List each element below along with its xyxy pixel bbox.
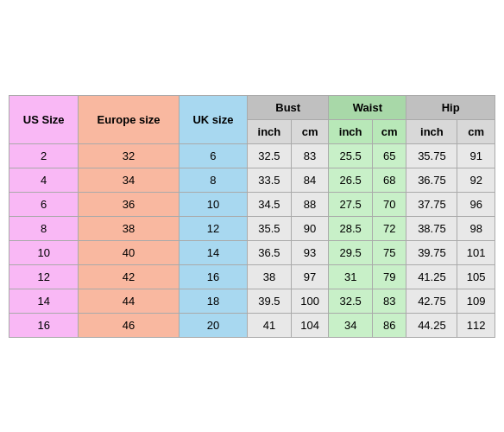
- cell-hip-inch: 39.75: [406, 240, 457, 264]
- cell-bust-cm: 97: [291, 264, 329, 289]
- cell-us: 4: [9, 168, 79, 192]
- cell-us: 14: [9, 289, 79, 313]
- cell-hip-inch: 37.75: [406, 192, 457, 216]
- cell-hip-cm: 91: [457, 143, 495, 168]
- cell-eu: 44: [79, 289, 179, 313]
- cell-bust-inch: 33.5: [248, 168, 292, 192]
- cell-uk: 16: [179, 264, 247, 289]
- table-row: 14 44 18 39.5 100 32.5 83 42.75 109: [9, 289, 495, 313]
- table-row: 16 46 20 41 104 34 86 44.25 112: [9, 313, 495, 337]
- cell-waist-cm: 75: [373, 240, 406, 264]
- cell-bust-cm: 93: [291, 240, 329, 264]
- cell-hip-inch: 38.75: [406, 216, 457, 240]
- cell-uk: 14: [179, 240, 247, 264]
- cell-bust-inch: 41: [248, 313, 292, 337]
- cell-bust-cm: 83: [291, 143, 329, 168]
- table-row: 12 42 16 38 97 31 79 41.25 105: [9, 264, 495, 289]
- cell-us: 8: [9, 216, 79, 240]
- cell-waist-cm: 65: [373, 143, 406, 168]
- cell-eu: 32: [79, 143, 179, 168]
- cell-eu: 36: [79, 192, 179, 216]
- cell-bust-cm: 100: [291, 289, 329, 313]
- cell-waist-cm: 72: [373, 216, 406, 240]
- bust-cm-subheader: cm: [291, 119, 329, 143]
- cell-hip-inch: 44.25: [406, 313, 457, 337]
- waist-cm-subheader: cm: [373, 119, 406, 143]
- col-bust-header: Bust: [248, 95, 329, 119]
- col-hip-header: Hip: [406, 95, 495, 119]
- cell-waist-inch: 25.5: [329, 143, 373, 168]
- cell-waist-inch: 28.5: [329, 216, 373, 240]
- cell-hip-inch: 41.25: [406, 264, 457, 289]
- col-waist-header: Waist: [329, 95, 406, 119]
- table-row: 10 40 14 36.5 93 29.5 75 39.75 101: [9, 240, 495, 264]
- cell-bust-inch: 39.5: [248, 289, 292, 313]
- cell-uk: 10: [179, 192, 247, 216]
- cell-eu: 38: [79, 216, 179, 240]
- hip-inch-subheader: inch: [406, 119, 457, 143]
- cell-hip-cm: 112: [457, 313, 495, 337]
- cell-waist-inch: 31: [329, 264, 373, 289]
- cell-us: 10: [9, 240, 79, 264]
- cell-uk: 18: [179, 289, 247, 313]
- cell-waist-cm: 86: [373, 313, 406, 337]
- cell-waist-cm: 83: [373, 289, 406, 313]
- cell-hip-inch: 35.75: [406, 143, 457, 168]
- cell-hip-cm: 101: [457, 240, 495, 264]
- cell-bust-inch: 34.5: [248, 192, 292, 216]
- cell-eu: 34: [79, 168, 179, 192]
- cell-uk: 6: [179, 143, 247, 168]
- cell-bust-inch: 36.5: [248, 240, 292, 264]
- hip-cm-subheader: cm: [457, 119, 495, 143]
- waist-inch-subheader: inch: [329, 119, 373, 143]
- table-row: 8 38 12 35.5 90 28.5 72 38.75 98: [9, 216, 495, 240]
- cell-us: 16: [9, 313, 79, 337]
- cell-us: 2: [9, 143, 79, 168]
- col-uk-header: UK size: [179, 95, 247, 143]
- cell-waist-inch: 32.5: [329, 289, 373, 313]
- size-chart: US Size Europe size UK size Bust Waist H…: [9, 95, 495, 338]
- table-row: 2 32 6 32.5 83 25.5 65 35.75 91: [9, 143, 495, 168]
- cell-bust-inch: 35.5: [248, 216, 292, 240]
- cell-bust-cm: 90: [291, 216, 329, 240]
- cell-bust-inch: 38: [248, 264, 292, 289]
- cell-waist-cm: 79: [373, 264, 406, 289]
- cell-hip-cm: 109: [457, 289, 495, 313]
- col-eu-header: Europe size: [79, 95, 179, 143]
- cell-waist-inch: 34: [329, 313, 373, 337]
- cell-hip-cm: 105: [457, 264, 495, 289]
- cell-us: 6: [9, 192, 79, 216]
- cell-bust-cm: 88: [291, 192, 329, 216]
- cell-eu: 46: [79, 313, 179, 337]
- cell-hip-cm: 98: [457, 216, 495, 240]
- table-row: 4 34 8 33.5 84 26.5 68 36.75 92: [9, 168, 495, 192]
- cell-waist-inch: 29.5: [329, 240, 373, 264]
- cell-uk: 8: [179, 168, 247, 192]
- cell-hip-inch: 42.75: [406, 289, 457, 313]
- cell-uk: 12: [179, 216, 247, 240]
- cell-eu: 42: [79, 264, 179, 289]
- table-row: 6 36 10 34.5 88 27.5 70 37.75 96: [9, 192, 495, 216]
- cell-us: 12: [9, 264, 79, 289]
- cell-waist-cm: 68: [373, 168, 406, 192]
- cell-bust-inch: 32.5: [248, 143, 292, 168]
- cell-waist-inch: 27.5: [329, 192, 373, 216]
- cell-eu: 40: [79, 240, 179, 264]
- cell-hip-cm: 92: [457, 168, 495, 192]
- cell-bust-cm: 104: [291, 313, 329, 337]
- cell-hip-inch: 36.75: [406, 168, 457, 192]
- cell-waist-cm: 70: [373, 192, 406, 216]
- col-us-header: US Size: [9, 95, 79, 143]
- cell-waist-inch: 26.5: [329, 168, 373, 192]
- cell-hip-cm: 96: [457, 192, 495, 216]
- cell-bust-cm: 84: [291, 168, 329, 192]
- cell-uk: 20: [179, 313, 247, 337]
- bust-inch-subheader: inch: [248, 119, 292, 143]
